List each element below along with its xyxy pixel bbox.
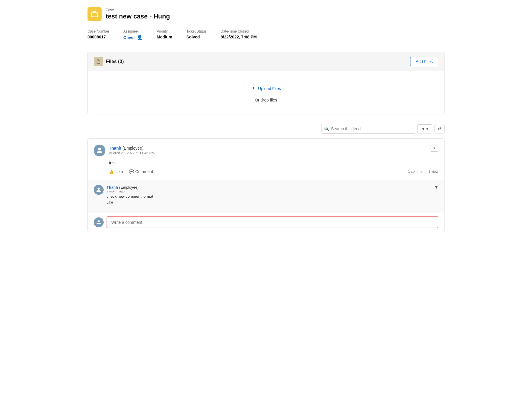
- refresh-button[interactable]: ↺: [435, 124, 445, 133]
- comment-like-button[interactable]: Like: [107, 200, 113, 204]
- feed-toolbar: 🔍 ▼ ▾ ↺: [87, 124, 445, 134]
- ticket-status-field: Ticket Status Solved: [186, 29, 207, 40]
- ticket-status-value: Solved: [186, 35, 207, 39]
- like-label: Like: [115, 169, 123, 174]
- post-card: Thanh (Employee) August 21, 2022 at 11:4…: [87, 138, 445, 232]
- upload-files-button[interactable]: Upload Files: [244, 83, 288, 94]
- post-avatar: [94, 145, 105, 156]
- comment-author-name: Thanh (Employee): [107, 185, 139, 189]
- post-author-link[interactable]: Thanh: [109, 146, 121, 150]
- post-action-left: 👍 Like 💬 Comment: [109, 169, 153, 174]
- post-dropdown-button[interactable]: ▾: [430, 145, 438, 152]
- file-icon: [96, 59, 101, 64]
- like-icon: 👍: [109, 169, 114, 174]
- meta-row: Case Number 00008617 Assignee Oliver 👤 P…: [87, 29, 445, 43]
- comment-body: Thanh (Employee) ▼ a month ago check new…: [107, 185, 438, 204]
- drop-files-text: Or drop files: [255, 98, 277, 102]
- post-content: tesst: [109, 160, 438, 165]
- feed-section: 🔍 ▼ ▾ ↺: [87, 124, 445, 232]
- comment-section: Thanh (Employee) ▼ a month ago check new…: [88, 180, 444, 213]
- comment-item: Thanh (Employee) ▼ a month ago check new…: [94, 185, 438, 204]
- ticket-status-label: Ticket Status: [186, 29, 207, 33]
- case-title: test new case - Hung: [106, 13, 170, 20]
- files-header: Files (0) Add Files: [88, 52, 444, 71]
- date-closed-label: Date/Time Closed: [221, 29, 257, 33]
- search-icon: 🔍: [324, 126, 329, 131]
- priority-value: Medium: [157, 35, 172, 39]
- post-top: Thanh (Employee) August 21, 2022 at 11:4…: [94, 145, 438, 156]
- avatar-icon: [96, 147, 103, 154]
- write-comment-avatar-icon: [96, 220, 101, 225]
- post-author-info: Thanh (Employee) August 21, 2022 at 11:4…: [109, 146, 154, 155]
- comment-author-row: Thanh (Employee) ▼: [107, 185, 438, 189]
- comment-avatar-icon: [96, 187, 101, 192]
- case-title-block: Case test new case - Hung: [106, 8, 170, 20]
- comment-dropdown-button[interactable]: ▼: [434, 185, 438, 189]
- filter-icon: ▼: [421, 127, 425, 131]
- case-number-label: Case Number: [87, 29, 109, 33]
- write-comment-row: [88, 213, 444, 232]
- add-files-button[interactable]: Add Files: [410, 57, 438, 66]
- search-container: 🔍: [321, 124, 415, 134]
- files-section: Files (0) Add Files Upload Files Or drop…: [87, 52, 445, 114]
- case-breadcrumb: Case: [106, 8, 170, 12]
- post-author-row: Thanh (Employee) August 21, 2022 at 11:4…: [94, 145, 154, 156]
- case-icon: [87, 7, 102, 21]
- write-comment-avatar: [94, 217, 104, 227]
- date-closed-value: 8/22/2022, 7:08 PM: [221, 35, 257, 39]
- upload-icon: [251, 86, 256, 91]
- assignee-field: Assignee Oliver 👤: [123, 29, 143, 40]
- files-header-left: Files (0): [94, 57, 124, 66]
- post-stats: 1 comment · 1 view: [408, 170, 438, 174]
- case-number-field: Case Number 00008617: [87, 29, 109, 40]
- comment-time: a month ago: [107, 189, 438, 193]
- comment-author-link[interactable]: Thanh: [107, 185, 118, 189]
- comment-label: Comment: [135, 169, 153, 174]
- case-number-value: 00008617: [87, 35, 109, 39]
- assignee-label: Assignee: [123, 29, 143, 33]
- post-author-name: Thanh (Employee): [109, 146, 154, 150]
- date-closed-field: Date/Time Closed 8/22/2022, 7:08 PM: [221, 29, 257, 40]
- briefcase-icon: [90, 10, 99, 18]
- files-title: Files (0): [106, 59, 124, 64]
- post-actions: 👍 Like 💬 Comment 1 comment · 1 view: [109, 169, 438, 174]
- write-comment-input[interactable]: [107, 216, 438, 228]
- case-header: Case test new case - Hung: [87, 7, 445, 21]
- files-icon: [94, 57, 103, 66]
- post-author-role: (Employee): [122, 146, 144, 150]
- comment-text: check new comment format: [107, 194, 438, 199]
- files-body: Upload Files Or drop files: [88, 71, 444, 114]
- upload-label: Upload Files: [258, 86, 281, 91]
- search-input[interactable]: [321, 124, 415, 134]
- post-main: Thanh (Employee) August 21, 2022 at 11:4…: [88, 139, 444, 180]
- comment-icon: 💬: [129, 169, 134, 174]
- priority-label: Priority: [157, 29, 172, 33]
- priority-field: Priority Medium: [157, 29, 172, 40]
- comment-author-role: (Employee): [119, 185, 139, 189]
- post-timestamp: August 21, 2022 at 11:46 PM: [109, 151, 154, 155]
- assignee-icon: 👤: [137, 35, 143, 40]
- comment-avatar: [94, 185, 104, 195]
- assignee-link[interactable]: Oliver: [123, 35, 135, 40]
- comment-button[interactable]: 💬 Comment: [129, 169, 153, 174]
- like-button[interactable]: 👍 Like: [109, 169, 123, 174]
- assignee-row: Oliver 👤: [123, 35, 143, 40]
- filter-dropdown-arrow: ▾: [426, 127, 428, 131]
- filter-button[interactable]: ▼ ▾: [417, 124, 432, 133]
